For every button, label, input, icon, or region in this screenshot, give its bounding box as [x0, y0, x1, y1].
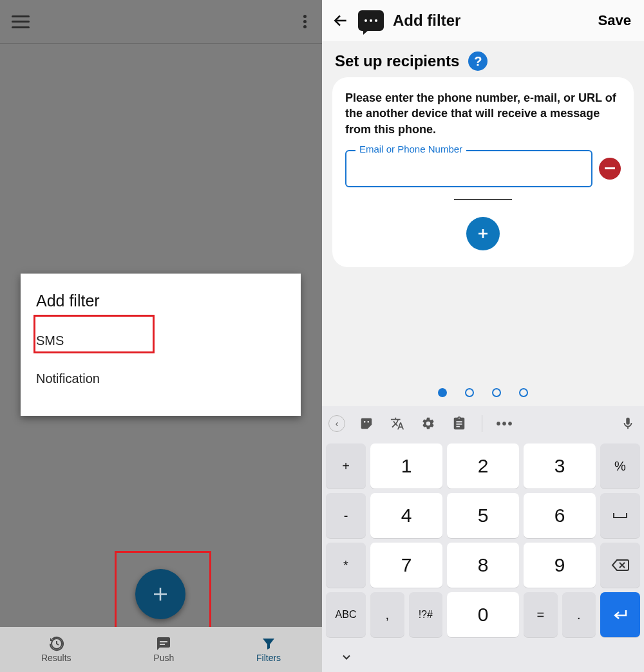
key-7[interactable]: 7 [370, 543, 442, 588]
chevron-down-icon [340, 651, 353, 664]
translate-icon[interactable] [388, 416, 407, 431]
page-indicator [322, 379, 644, 406]
backspace-icon [611, 559, 629, 572]
dialog-option-sms[interactable]: SMS [21, 322, 301, 360]
svg-rect-3 [160, 641, 167, 642]
key-plus[interactable]: + [326, 443, 366, 489]
hamburger-icon[interactable] [12, 15, 30, 28]
key-9[interactable]: 9 [524, 543, 596, 588]
enter-icon [612, 608, 629, 621]
add-recipient-button[interactable] [466, 217, 500, 250]
key-6[interactable]: 6 [524, 493, 596, 538]
key-comma[interactable]: , [370, 592, 404, 637]
clipboard-icon[interactable] [450, 416, 469, 431]
keyboard-collapse-left-icon[interactable]: ‹ [328, 415, 345, 432]
key-space[interactable] [600, 493, 640, 538]
key-star[interactable]: * [326, 543, 366, 588]
page-dot-2[interactable] [465, 388, 474, 397]
mic-icon[interactable] [618, 416, 638, 431]
key-5[interactable]: 5 [447, 493, 519, 538]
description-text: Please enter the phone number, e-mail, o… [345, 90, 621, 137]
nav-tab-filters[interactable]: Filters [256, 636, 281, 663]
history-icon [48, 636, 64, 651]
back-icon[interactable] [332, 12, 349, 29]
chat-icon [358, 10, 384, 31]
nav-tab-label: Filters [256, 653, 281, 663]
right-app-bar: Add filter Save [322, 0, 644, 41]
keyboard-toolbar: ‹ ••• [322, 406, 644, 441]
right-screen: Add filter Save Set up recipients ? Plea… [322, 0, 644, 672]
recipient-row: Email or Phone Number [345, 150, 621, 187]
key-symbols[interactable]: !?# [409, 592, 443, 637]
separator [482, 415, 482, 432]
keyboard-collapse-button[interactable] [322, 642, 644, 672]
key-percent[interactable]: % [600, 443, 640, 489]
page-title: Add filter [393, 12, 587, 30]
recipients-card: Please enter the phone number, e-mail, o… [332, 77, 634, 267]
svg-rect-4 [160, 644, 165, 645]
keypad: + 1 2 3 % - 4 5 6 * 7 8 9 [322, 441, 644, 642]
sticker-icon[interactable] [357, 416, 376, 431]
add-fab[interactable] [135, 569, 185, 619]
left-screen: Add filter SMS Notification Results [0, 0, 322, 672]
key-3[interactable]: 3 [524, 443, 596, 489]
nav-tab-push[interactable]: Push [153, 636, 174, 663]
page-dot-4[interactable] [519, 388, 528, 397]
save-button[interactable]: Save [596, 8, 634, 33]
help-icon[interactable]: ? [468, 51, 488, 71]
settings-icon[interactable] [419, 416, 438, 431]
key-minus[interactable]: - [326, 493, 366, 538]
recipient-field: Email or Phone Number [345, 150, 592, 187]
space-icon [612, 510, 629, 521]
left-app-bar [0, 0, 322, 44]
nav-tab-results[interactable]: Results [41, 636, 71, 663]
minus-icon [605, 167, 615, 169]
section-header: Set up recipients ? [322, 41, 644, 77]
key-backspace[interactable] [600, 543, 640, 588]
key-equals[interactable]: = [524, 592, 558, 637]
message-icon [156, 636, 171, 651]
recipient-input[interactable] [345, 150, 592, 187]
section-title: Set up recipients [335, 52, 459, 70]
bottom-nav: Results Push Filters [0, 627, 322, 672]
dialog-option-notification[interactable]: Notification [21, 360, 301, 398]
nav-tab-label: Push [153, 653, 174, 663]
page-dot-1[interactable] [438, 388, 447, 397]
add-filter-dialog: Add filter SMS Notification [21, 274, 301, 416]
key-1[interactable]: 1 [370, 443, 442, 489]
divider [454, 199, 512, 200]
key-2[interactable]: 2 [447, 443, 519, 489]
nav-tab-label: Results [41, 653, 71, 663]
keyboard: ‹ ••• + 1 2 3 % [322, 406, 644, 672]
key-0[interactable]: 0 [447, 592, 519, 637]
dialog-title: Add filter [21, 292, 301, 322]
plus-icon [475, 226, 491, 241]
key-8[interactable]: 8 [447, 543, 519, 588]
key-4[interactable]: 4 [370, 493, 442, 538]
page-dot-3[interactable] [492, 388, 501, 397]
more-options-icon[interactable]: ••• [495, 416, 515, 431]
key-dot[interactable]: . [562, 592, 596, 637]
remove-recipient-button[interactable] [599, 158, 621, 180]
filter-icon [261, 636, 276, 651]
key-abc[interactable]: ABC [326, 592, 366, 637]
dialog-option-label: Notification [36, 371, 100, 386]
field-label: Email or Phone Number [355, 144, 466, 154]
more-icon[interactable] [299, 11, 310, 32]
key-enter[interactable] [600, 592, 640, 637]
dialog-option-label: SMS [36, 333, 64, 348]
